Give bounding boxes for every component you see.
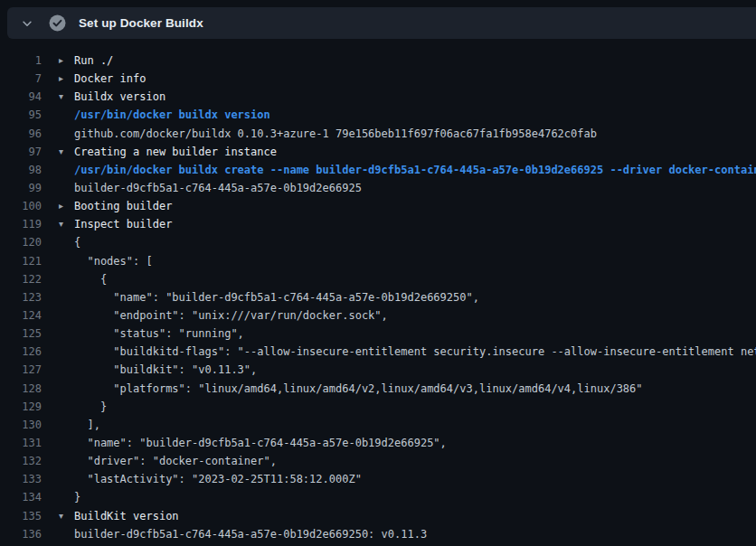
log-line: 123 "name": "builder-d9cfb5a1-c764-445a-… — [0, 288, 756, 306]
log-group-row[interactable]: 1 ▸ Run ./ — [0, 52, 756, 70]
log-line: 125 "status": "running", — [0, 325, 756, 343]
line-number[interactable]: 125 — [0, 325, 42, 343]
log-line: 128 "platforms": "linux/amd64,linux/amd6… — [0, 380, 756, 398]
log-group-row[interactable]: 100 ▸ Booting builder — [0, 197, 756, 215]
line-text: Inspect builder — [74, 215, 756, 233]
group-toggle-icon — [42, 306, 74, 325]
log-line: 121 "nodes": [ — [0, 252, 756, 270]
line-number[interactable]: 95 — [0, 106, 42, 124]
line-number[interactable]: 120 — [0, 233, 42, 251]
line-text: Docker info — [74, 70, 756, 88]
line-number[interactable]: 128 — [0, 380, 42, 398]
group-toggle-icon — [42, 161, 74, 179]
triangle-down-icon: ▾ — [42, 507, 74, 525]
triangle-right-icon: ▸ — [42, 70, 74, 88]
line-number[interactable]: 130 — [0, 416, 42, 434]
log-line: 124 "endpoint": "unix:///var/run/docker.… — [0, 306, 756, 325]
line-number[interactable]: 126 — [0, 343, 42, 361]
group-toggle-icon — [42, 361, 74, 379]
log-group-row[interactable]: 97 ▾ Creating a new builder instance — [0, 143, 756, 161]
line-number[interactable]: 99 — [0, 179, 42, 197]
log-line: 130 ], — [0, 416, 756, 434]
line-text: Run ./ — [74, 52, 756, 70]
log-line: 120 { — [0, 233, 756, 251]
line-text: ], — [74, 416, 756, 434]
line-text: "platforms": "linux/amd64,linux/amd64/v2… — [74, 380, 756, 398]
group-toggle-icon — [42, 434, 74, 452]
group-toggle-icon — [42, 525, 74, 543]
line-number[interactable]: 121 — [0, 252, 42, 270]
log-line: 132 "driver": "docker-container", — [0, 452, 756, 470]
log-area: 1 ▸ Run ./ 7 ▸ Docker info 94 ▾ Buildx v… — [0, 39, 756, 546]
line-number[interactable]: 97 — [0, 143, 42, 161]
line-number[interactable]: 135 — [0, 507, 42, 525]
line-number[interactable]: 100 — [0, 197, 42, 215]
line-number[interactable]: 1 — [0, 52, 42, 70]
log-line: 95 /usr/bin/docker buildx version — [0, 106, 756, 124]
log-lines: 1 ▸ Run ./ 7 ▸ Docker info 94 ▾ Buildx v… — [0, 52, 756, 543]
group-toggle-icon — [42, 398, 74, 416]
line-number[interactable]: 94 — [0, 88, 42, 106]
log-line: 133 "lastActivity": "2023-02-25T11:58:12… — [0, 470, 756, 488]
log-group-row[interactable]: 7 ▸ Docker info — [0, 70, 756, 88]
check-circle-icon — [49, 14, 66, 32]
group-toggle-icon — [42, 416, 74, 434]
step-header[interactable]: Set up Docker Buildx — [7, 7, 756, 39]
line-number[interactable]: 132 — [0, 452, 42, 470]
line-number[interactable]: 119 — [0, 215, 42, 233]
group-toggle-icon — [42, 488, 74, 506]
group-toggle-icon — [42, 452, 74, 470]
log-group-row[interactable]: 119 ▾ Inspect builder — [0, 215, 756, 233]
line-text: } — [74, 398, 756, 416]
group-toggle-icon — [42, 288, 74, 306]
line-text: github.com/docker/buildx 0.10.3+azure-1 … — [74, 125, 756, 143]
triangle-down-icon: ▾ — [42, 143, 74, 161]
group-toggle-icon — [42, 125, 74, 143]
log-line: 96 github.com/docker/buildx 0.10.3+azure… — [0, 125, 756, 143]
line-text: "endpoint": "unix:///var/run/docker.sock… — [74, 306, 756, 325]
line-text: builder-d9cfb5a1-c764-445a-a57e-0b19d2e6… — [74, 525, 756, 543]
line-number[interactable]: 124 — [0, 306, 42, 325]
log-group-row[interactable]: 94 ▾ Buildx version — [0, 88, 756, 106]
line-text: /usr/bin/docker buildx create --name bui… — [74, 161, 756, 179]
line-number[interactable]: 96 — [0, 125, 42, 143]
line-text: } — [74, 488, 756, 506]
line-text: "status": "running", — [74, 325, 756, 343]
line-number[interactable]: 129 — [0, 398, 42, 416]
group-toggle-icon — [42, 179, 74, 197]
line-text: BuildKit version — [74, 507, 756, 525]
group-toggle-icon — [42, 233, 74, 251]
group-toggle-icon — [42, 270, 74, 288]
line-number[interactable]: 122 — [0, 270, 42, 288]
line-text: Buildx version — [74, 88, 756, 106]
chevron-down-icon[interactable] — [20, 16, 34, 31]
step-title: Set up Docker Buildx — [79, 16, 203, 30]
line-text: Creating a new builder instance — [74, 143, 756, 161]
line-number[interactable]: 131 — [0, 434, 42, 452]
line-number[interactable]: 134 — [0, 488, 42, 506]
group-toggle-icon — [42, 470, 74, 488]
group-toggle-icon — [42, 343, 74, 361]
line-number[interactable]: 98 — [0, 161, 42, 179]
line-number[interactable]: 133 — [0, 470, 42, 488]
line-text: "buildkit": "v0.11.3", — [74, 361, 756, 379]
line-number[interactable]: 7 — [0, 70, 42, 88]
log-line: 127 "buildkit": "v0.11.3", — [0, 361, 756, 379]
log-line: 134 } — [0, 488, 756, 506]
group-toggle-icon — [42, 380, 74, 398]
line-number[interactable]: 123 — [0, 288, 42, 306]
line-number[interactable]: 127 — [0, 361, 42, 379]
log-group-row[interactable]: 135 ▾ BuildKit version — [0, 507, 756, 525]
log-line: 98 /usr/bin/docker buildx create --name … — [0, 161, 756, 179]
line-text: Booting builder — [74, 197, 756, 215]
line-text: "name": "builder-d9cfb5a1-c764-445a-a57e… — [74, 434, 756, 452]
line-text: { — [74, 270, 756, 288]
line-number[interactable]: 136 — [0, 525, 42, 543]
line-text: "buildkitd-flags": "--allow-insecure-ent… — [74, 343, 756, 361]
line-text: "name": "builder-d9cfb5a1-c764-445a-a57e… — [74, 288, 756, 306]
log-line: 126 "buildkitd-flags": "--allow-insecure… — [0, 343, 756, 361]
line-text: /usr/bin/docker buildx version — [74, 106, 756, 124]
line-text: builder-d9cfb5a1-c764-445a-a57e-0b19d2e6… — [74, 179, 756, 197]
log-line: 131 "name": "builder-d9cfb5a1-c764-445a-… — [0, 434, 756, 452]
triangle-down-icon: ▾ — [42, 215, 74, 233]
